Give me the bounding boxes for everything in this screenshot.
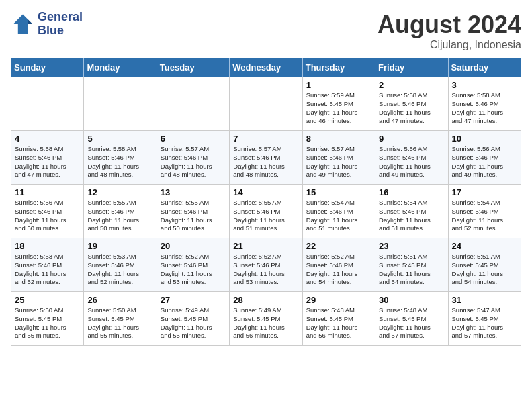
calendar-cell: 22Sunrise: 5:52 AM Sunset: 5:46 PM Dayli… (302, 238, 375, 292)
day-info: Sunrise: 5:53 AM Sunset: 5:46 PM Dayligh… (87, 253, 152, 287)
calendar-cell: 30Sunrise: 5:48 AM Sunset: 5:45 PM Dayli… (375, 292, 448, 346)
calendar-cell: 29Sunrise: 5:48 AM Sunset: 5:45 PM Dayli… (302, 292, 375, 346)
calendar-cell: 6Sunrise: 5:57 AM Sunset: 5:46 PM Daylig… (157, 131, 229, 185)
day-info: Sunrise: 5:51 AM Sunset: 5:45 PM Dayligh… (379, 253, 444, 287)
calendar-week-row: 1Sunrise: 5:59 AM Sunset: 5:45 PM Daylig… (11, 77, 521, 131)
day-info: Sunrise: 5:56 AM Sunset: 5:46 PM Dayligh… (15, 199, 80, 233)
day-number: 10 (452, 134, 517, 144)
day-info: Sunrise: 5:52 AM Sunset: 5:46 PM Dayligh… (306, 253, 371, 287)
day-info: Sunrise: 5:51 AM Sunset: 5:45 PM Dayligh… (452, 253, 517, 287)
calendar-cell: 24Sunrise: 5:51 AM Sunset: 5:45 PM Dayli… (448, 238, 521, 292)
day-number: 23 (379, 241, 444, 251)
day-info: Sunrise: 5:57 AM Sunset: 5:46 PM Dayligh… (233, 145, 298, 179)
day-number: 26 (87, 295, 152, 305)
day-info: Sunrise: 5:58 AM Sunset: 5:46 PM Dayligh… (379, 91, 444, 126)
day-info: Sunrise: 5:48 AM Sunset: 5:45 PM Dayligh… (379, 306, 444, 340)
day-number: 4 (15, 134, 80, 144)
day-info: Sunrise: 5:52 AM Sunset: 5:46 PM Dayligh… (161, 253, 226, 287)
calendar-week-row: 18Sunrise: 5:53 AM Sunset: 5:46 PM Dayli… (11, 238, 521, 292)
day-info: Sunrise: 5:58 AM Sunset: 5:46 PM Dayligh… (87, 145, 152, 179)
calendar-cell: 25Sunrise: 5:50 AM Sunset: 5:45 PM Dayli… (11, 292, 84, 346)
day-info: Sunrise: 5:59 AM Sunset: 5:45 PM Dayligh… (306, 91, 371, 126)
page-header: General Blue August 2024 Cijulang, Indon… (11, 11, 521, 51)
day-number: 1 (306, 80, 371, 90)
calendar-week-row: 11Sunrise: 5:56 AM Sunset: 5:46 PM Dayli… (11, 185, 521, 238)
day-info: Sunrise: 5:55 AM Sunset: 5:46 PM Dayligh… (233, 199, 298, 233)
day-info: Sunrise: 5:56 AM Sunset: 5:46 PM Dayligh… (379, 145, 444, 179)
day-number: 7 (233, 134, 298, 144)
calendar-cell: 3Sunrise: 5:58 AM Sunset: 5:46 PM Daylig… (448, 77, 521, 131)
day-number: 22 (306, 241, 371, 251)
weekday-header-row: SundayMondayTuesdayWednesdayThursdayFrid… (11, 58, 521, 77)
calendar-cell (11, 77, 84, 131)
day-number: 15 (306, 187, 371, 197)
calendar-cell: 19Sunrise: 5:53 AM Sunset: 5:46 PM Dayli… (84, 238, 157, 292)
calendar-cell: 12Sunrise: 5:55 AM Sunset: 5:46 PM Dayli… (84, 185, 157, 238)
day-number: 3 (452, 80, 517, 90)
day-number: 8 (306, 134, 371, 144)
day-number: 31 (452, 295, 517, 305)
calendar-cell: 2Sunrise: 5:58 AM Sunset: 5:46 PM Daylig… (375, 77, 448, 131)
day-number: 29 (306, 295, 371, 305)
calendar-cell (157, 77, 229, 131)
day-info: Sunrise: 5:54 AM Sunset: 5:46 PM Dayligh… (452, 199, 517, 233)
day-number: 17 (452, 187, 517, 197)
day-info: Sunrise: 5:49 AM Sunset: 5:45 PM Dayligh… (161, 306, 226, 340)
calendar-week-row: 25Sunrise: 5:50 AM Sunset: 5:45 PM Dayli… (11, 292, 521, 346)
day-number: 25 (15, 295, 80, 305)
logo-icon (11, 12, 35, 36)
calendar-cell: 21Sunrise: 5:52 AM Sunset: 5:46 PM Dayli… (230, 238, 302, 292)
calendar-cell: 4Sunrise: 5:58 AM Sunset: 5:46 PM Daylig… (11, 131, 84, 185)
day-info: Sunrise: 5:54 AM Sunset: 5:46 PM Dayligh… (306, 199, 371, 233)
day-number: 16 (379, 187, 444, 197)
day-number: 21 (233, 241, 298, 251)
day-number: 18 (15, 241, 80, 251)
day-number: 2 (379, 80, 444, 90)
title-block: August 2024 Cijulang, Indonesia (378, 11, 521, 51)
weekday-header-friday: Friday (375, 58, 448, 77)
day-info: Sunrise: 5:53 AM Sunset: 5:46 PM Dayligh… (15, 253, 80, 287)
day-info: Sunrise: 5:55 AM Sunset: 5:46 PM Dayligh… (161, 199, 226, 233)
day-info: Sunrise: 5:58 AM Sunset: 5:46 PM Dayligh… (452, 91, 517, 126)
weekday-header-saturday: Saturday (448, 58, 521, 77)
day-info: Sunrise: 5:54 AM Sunset: 5:46 PM Dayligh… (379, 199, 444, 233)
calendar-cell: 15Sunrise: 5:54 AM Sunset: 5:46 PM Dayli… (302, 185, 375, 238)
day-number: 14 (233, 187, 298, 197)
day-number: 9 (379, 134, 444, 144)
day-info: Sunrise: 5:55 AM Sunset: 5:46 PM Dayligh… (87, 199, 152, 233)
day-number: 30 (379, 295, 444, 305)
weekday-header-monday: Monday (84, 58, 157, 77)
day-number: 19 (87, 241, 152, 251)
day-number: 20 (161, 241, 226, 251)
calendar-cell: 9Sunrise: 5:56 AM Sunset: 5:46 PM Daylig… (375, 131, 448, 185)
calendar-cell: 7Sunrise: 5:57 AM Sunset: 5:46 PM Daylig… (230, 131, 302, 185)
month-year-title: August 2024 (378, 11, 521, 39)
calendar-cell: 14Sunrise: 5:55 AM Sunset: 5:46 PM Dayli… (230, 185, 302, 238)
calendar-cell: 31Sunrise: 5:47 AM Sunset: 5:45 PM Dayli… (448, 292, 521, 346)
calendar-cell (84, 77, 157, 131)
day-info: Sunrise: 5:52 AM Sunset: 5:46 PM Dayligh… (233, 253, 298, 287)
calendar-cell: 16Sunrise: 5:54 AM Sunset: 5:46 PM Dayli… (375, 185, 448, 238)
day-info: Sunrise: 5:50 AM Sunset: 5:45 PM Dayligh… (15, 306, 80, 340)
calendar-cell (230, 77, 302, 131)
calendar-table: SundayMondayTuesdayWednesdayThursdayFrid… (11, 58, 521, 346)
calendar-cell: 27Sunrise: 5:49 AM Sunset: 5:45 PM Dayli… (157, 292, 229, 346)
calendar-cell: 10Sunrise: 5:56 AM Sunset: 5:46 PM Dayli… (448, 131, 521, 185)
weekday-header-thursday: Thursday (302, 58, 375, 77)
logo: General Blue (11, 11, 83, 38)
calendar-cell: 11Sunrise: 5:56 AM Sunset: 5:46 PM Dayli… (11, 185, 84, 238)
day-info: Sunrise: 5:58 AM Sunset: 5:46 PM Dayligh… (15, 145, 80, 179)
weekday-header-wednesday: Wednesday (230, 58, 302, 77)
day-info: Sunrise: 5:49 AM Sunset: 5:45 PM Dayligh… (233, 306, 298, 340)
day-number: 6 (161, 134, 226, 144)
calendar-cell: 23Sunrise: 5:51 AM Sunset: 5:45 PM Dayli… (375, 238, 448, 292)
calendar-cell: 8Sunrise: 5:57 AM Sunset: 5:46 PM Daylig… (302, 131, 375, 185)
day-number: 12 (87, 187, 152, 197)
calendar-cell: 28Sunrise: 5:49 AM Sunset: 5:45 PM Dayli… (230, 292, 302, 346)
day-info: Sunrise: 5:47 AM Sunset: 5:45 PM Dayligh… (452, 306, 517, 340)
day-info: Sunrise: 5:57 AM Sunset: 5:46 PM Dayligh… (161, 145, 226, 179)
logo-text: General Blue (38, 11, 83, 38)
day-number: 28 (233, 295, 298, 305)
calendar-cell: 20Sunrise: 5:52 AM Sunset: 5:46 PM Dayli… (157, 238, 229, 292)
calendar-cell: 17Sunrise: 5:54 AM Sunset: 5:46 PM Dayli… (448, 185, 521, 238)
